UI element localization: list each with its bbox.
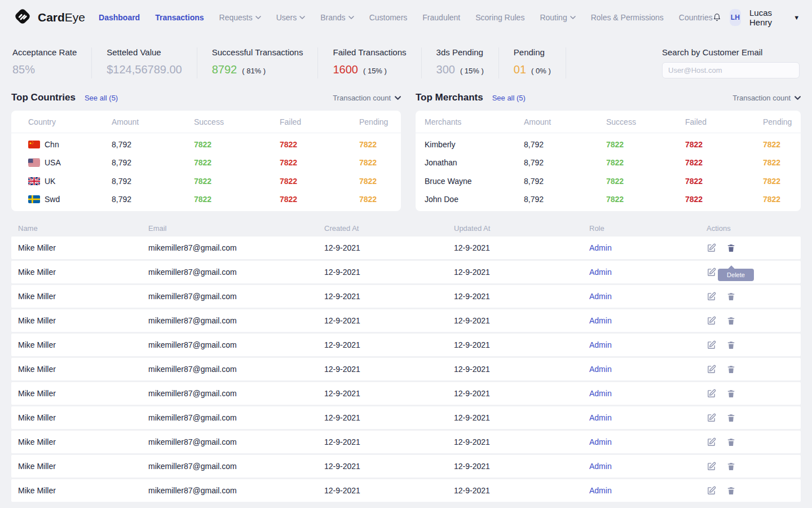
nav-item[interactable]: Roles & Permissions [591, 13, 664, 22]
search-input[interactable] [662, 62, 800, 78]
merchant-row[interactable]: John Doe 8,792 7822 7822 7822 [416, 195, 801, 204]
merchant-success: 7822 [606, 158, 685, 167]
country-row[interactable]: Swd 8,792 7822 7822 7822 [11, 195, 401, 204]
user-table-row[interactable]: Mike Miller mikemiller87@gmail.com 12-9-… [11, 309, 801, 332]
merchant-row[interactable]: Jonathan 8,792 7822 7822 7822 [416, 158, 801, 167]
delete-trash-icon[interactable] [726, 243, 736, 253]
delete-trash-icon[interactable] [726, 413, 736, 423]
user-role-link[interactable]: Admin [589, 268, 707, 277]
stat-value: 01 [514, 63, 526, 76]
nav-item[interactable]: Requests [219, 13, 261, 22]
stat-item: Pending 01 ( 0% ) [514, 47, 566, 78]
user-table-row[interactable]: Mike Miller mikemiller87@gmail.com 12-9-… [11, 358, 801, 380]
nav-item[interactable]: Users [276, 13, 306, 22]
edit-icon[interactable] [707, 316, 716, 326]
brand-logo[interactable]: CardEye [12, 6, 85, 29]
edit-icon[interactable] [707, 389, 716, 398]
user-email-cell: mikemiller87@gmail.com [148, 365, 324, 374]
notifications-bell-icon[interactable] [713, 11, 721, 24]
country-row[interactable]: UK 8,792 7822 7822 7822 [11, 177, 401, 186]
edit-icon[interactable] [707, 462, 716, 471]
country-success: 7822 [194, 195, 280, 204]
countries-sort-select[interactable]: Transaction count [333, 94, 401, 102]
user-name-cell: Mike Miller [18, 340, 148, 349]
edit-icon[interactable] [707, 486, 716, 496]
merchant-row[interactable]: Bruce Wayne 8,792 7822 7822 7822 [416, 177, 801, 186]
user-updated-cell: 12-9-2021 [454, 462, 589, 471]
nav-item[interactable]: Customers [369, 13, 408, 22]
user-email-cell: mikemiller87@gmail.com [148, 486, 324, 495]
edit-icon[interactable] [707, 243, 716, 253]
country-failed: 7822 [280, 195, 359, 204]
user-role-link[interactable]: Admin [589, 462, 707, 471]
user-table-row[interactable]: Mike Miller mikemiller87@gmail.com 12-9-… [11, 285, 801, 308]
user-role-link[interactable]: Admin [589, 365, 707, 374]
user-table-row[interactable]: Mike Miller mikemiller87@gmail.com 12-9-… [11, 237, 801, 259]
user-name-cell: Mike Miller [18, 437, 148, 446]
delete-trash-icon[interactable] [726, 462, 736, 471]
user-email-cell: mikemiller87@gmail.com [148, 340, 324, 349]
delete-trash-icon[interactable] [726, 340, 736, 350]
stat-percentage: ( 0% ) [531, 67, 551, 75]
user-table-row[interactable]: Mike Miller mikemiller87@gmail.com 12-9-… [11, 382, 801, 405]
merchants-table-body: Kimberly 8,792 7822 7822 7822 Jonathan 8… [416, 133, 801, 211]
nav-item[interactable]: Scoring Rules [475, 13, 524, 22]
user-name-cell: Mike Miller [18, 486, 148, 495]
nav-item[interactable]: Routing [540, 13, 575, 22]
navbar-right: LH Lucas Henry ▼ [713, 8, 800, 27]
delete-trash-icon[interactable] [726, 292, 736, 301]
edit-icon[interactable] [707, 292, 716, 301]
countries-see-all-link[interactable]: See all (5) [85, 94, 118, 102]
user-table-row[interactable]: Mike Miller mikemiller87@gmail.com 12-9-… [11, 406, 801, 429]
user-created-cell: 12-9-2021 [324, 462, 454, 471]
country-success: 7822 [194, 177, 280, 186]
merchant-amount: 8,792 [524, 195, 606, 204]
user-table-row[interactable]: Mike Miller mikemiller87@gmail.com 12-9-… [11, 479, 801, 502]
edit-icon[interactable] [707, 413, 716, 423]
nav-item-label: Requests [219, 13, 253, 22]
merchant-row[interactable]: Kimberly 8,792 7822 7822 7822 [416, 140, 801, 149]
user-role-link[interactable]: Admin [589, 486, 707, 495]
merchants-sort-select[interactable]: Transaction count [732, 94, 801, 102]
country-row[interactable]: Chn 8,792 7822 7822 7822 [11, 140, 401, 149]
user-role-link[interactable]: Admin [589, 389, 707, 398]
user-role-link[interactable]: Admin [589, 413, 707, 422]
user-role-link[interactable]: Admin [589, 243, 707, 252]
edit-icon[interactable] [707, 268, 716, 277]
nav-item[interactable]: Countries [679, 13, 713, 22]
user-email-cell: mikemiller87@gmail.com [148, 389, 324, 398]
delete-trash-icon[interactable] [726, 486, 736, 496]
delete-trash-icon[interactable] [726, 389, 736, 398]
user-table-row[interactable]: Mike Miller mikemiller87@gmail.com 12-9-… [11, 261, 801, 283]
cardeye-logo-icon [12, 6, 33, 29]
user-role-link[interactable]: Admin [589, 340, 707, 349]
col-amount: Amount [112, 117, 194, 126]
nav-item[interactable]: Transactions [155, 13, 204, 22]
user-table-row[interactable]: Mike Miller mikemiller87@gmail.com 12-9-… [11, 334, 801, 356]
country-pending: 7822 [359, 140, 384, 149]
user-table-row[interactable]: Mike Miller mikemiller87@gmail.com 12-9-… [11, 431, 801, 453]
user-role-link[interactable]: Admin [589, 316, 707, 325]
edit-icon[interactable] [707, 437, 716, 447]
merchants-see-all-link[interactable]: See all (5) [492, 94, 526, 102]
delete-trash-icon[interactable] [726, 365, 736, 374]
user-table-row[interactable]: Mike Miller mikemiller87@gmail.com 12-9-… [11, 455, 801, 478]
col-actions: Actions [707, 224, 794, 233]
country-row[interactable]: USA 8,792 7822 7822 7822 [11, 158, 401, 167]
edit-icon[interactable] [707, 340, 716, 350]
user-menu-caret-icon[interactable]: ▼ [793, 14, 800, 21]
user-role-link[interactable]: Admin [589, 292, 707, 301]
user-role-link[interactable]: Admin [589, 437, 707, 446]
country-amount: 8,792 [112, 177, 194, 186]
nav-item[interactable]: Dashboard [99, 13, 140, 22]
edit-icon[interactable] [707, 365, 716, 374]
country-failed: 7822 [280, 158, 359, 167]
user-avatar[interactable]: LH [730, 9, 741, 26]
stat-value: 85% [12, 63, 35, 76]
delete-trash-icon[interactable] [726, 316, 736, 326]
delete-trash-icon[interactable] [726, 437, 736, 447]
user-updated-cell: 12-9-2021 [454, 365, 589, 374]
nav-item[interactable]: Brands [320, 13, 354, 22]
nav-item-label: Roles & Permissions [591, 13, 664, 22]
nav-item[interactable]: Fraudulent [422, 13, 460, 22]
